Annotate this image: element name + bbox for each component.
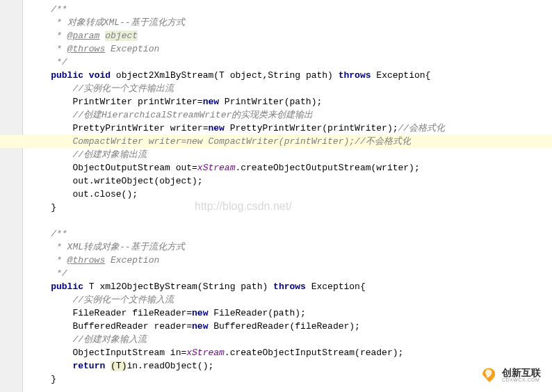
keyword-public: public: [51, 281, 83, 292]
code-line[interactable]: * 对象转成XML--基于流化方式: [29, 16, 552, 29]
doc-comment: */: [29, 57, 67, 67]
doc-comment: /**: [29, 229, 67, 239]
method-signature: object2XmlByStream(T object,String path): [111, 70, 339, 81]
brand-domain: CDXWCX.COM: [502, 377, 541, 382]
keyword-new: new: [203, 97, 219, 107]
keyword-public: public: [51, 70, 83, 81]
code-line[interactable]: FileReader fileReader=new FileReader(pat…: [29, 307, 552, 320]
brand-name: 创新互联: [502, 368, 541, 377]
code-line[interactable]: public void object2XmlByStream(T object,…: [29, 69, 552, 82]
doc-comment: *: [29, 44, 67, 54]
code-line[interactable]: //创建对象输入流: [29, 333, 552, 346]
code-line[interactable]: /**: [29, 227, 552, 240]
code-line-commented-out[interactable]: // CompactWriter writer=new CompactWrite…: [0, 135, 552, 148]
code-line[interactable]: out.writeObject(object);: [29, 174, 552, 188]
code-line[interactable]: * @param object: [29, 29, 552, 42]
code-line[interactable]: [29, 214, 552, 227]
code-line[interactable]: * XML转成对象--基于流化方式: [29, 240, 552, 254]
line-comment: //实例化一个文件输入流: [29, 295, 174, 305]
doc-comment: *: [29, 255, 67, 266]
code-line[interactable]: PrettyPrintWriter writer=new PrettyPrint…: [29, 122, 552, 135]
keyword-new: new: [192, 308, 208, 318]
brand-logo: 创新互联 CDXWCX.COM: [480, 366, 541, 384]
code-line[interactable]: */: [29, 267, 552, 280]
code-line[interactable]: ObjectOutputStream out=xStream.createObj…: [29, 161, 552, 174]
code-line[interactable]: out.close();: [29, 188, 552, 201]
param-name: object: [105, 31, 138, 41]
code-line[interactable]: //创建对象输出流: [29, 148, 552, 161]
code-line[interactable]: ObjectInputStream in=xStream.createObjec…: [29, 346, 552, 359]
line-comment: //会格式化: [398, 123, 446, 133]
doc-comment: */: [29, 268, 67, 279]
code-line[interactable]: PrintWriter printWriter=new PrintWriter(…: [29, 95, 552, 108]
code-line[interactable]: //实例化一个文件输入流: [29, 293, 552, 307]
editor-gutter: [0, 0, 23, 392]
line-comment: //创建HierarchicalStreamWriter的实现类来创建输出: [29, 110, 313, 120]
field-ref: xStream: [186, 348, 225, 358]
doc-comment: *: [29, 17, 67, 28]
keyword-new: new: [208, 123, 224, 133]
doc-comment-text: 对象转成XML--基于流化方式: [67, 17, 185, 28]
doc-tag: @throws: [67, 255, 106, 266]
doc-comment: *: [29, 242, 67, 252]
keyword-void: void: [89, 70, 111, 81]
code-line[interactable]: /**: [29, 3, 552, 16]
code-line[interactable]: public T xml2ObjectByStream(String path)…: [29, 280, 552, 293]
doc-tag: @param: [67, 31, 100, 41]
keyword-throws: throws: [273, 281, 306, 292]
keyword-new: new: [192, 321, 208, 332]
code-line[interactable]: return (T)in.readObject();: [29, 359, 552, 373]
code-line[interactable]: //创建HierarchicalStreamWriter的实现类来创建输出: [29, 108, 552, 122]
code-line[interactable]: //实例化一个文件输出流: [29, 82, 552, 95]
doc-tag: @throws: [67, 44, 106, 54]
code-line[interactable]: * @throws Exception: [29, 254, 552, 267]
line-comment: //创建对象输入流: [29, 334, 147, 345]
brand-logo-icon: [480, 366, 498, 384]
code-line[interactable]: }: [29, 201, 552, 214]
code-editor[interactable]: /** * 对象转成XML--基于流化方式 * @param object * …: [22, 0, 552, 386]
doc-comment: /**: [29, 4, 67, 15]
line-comment: //创建对象输出流: [29, 149, 147, 160]
brand-logo-text: 创新互联 CDXWCX.COM: [502, 368, 541, 382]
line-comment: //不会格式化: [355, 136, 411, 147]
code-line[interactable]: BufferedReader reader=new BufferedReader…: [29, 320, 552, 333]
code-line[interactable]: */: [29, 56, 552, 69]
line-comment: //实例化一个文件输出流: [29, 83, 174, 94]
field-ref: xStream: [197, 163, 236, 173]
method-signature: T xml2ObjectByStream(String path): [83, 281, 273, 292]
keyword-return: return: [72, 361, 105, 371]
doc-comment: *: [29, 31, 67, 41]
keyword-throws: throws: [339, 70, 371, 81]
code-line[interactable]: }: [29, 373, 552, 386]
type-cast: (T): [111, 361, 127, 371]
doc-comment-text: XML转成对象--基于流化方式: [67, 242, 185, 252]
code-line[interactable]: * @throws Exception: [29, 42, 552, 56]
commented-code: CompactWriter writer=new CompactWriter(p…: [29, 136, 355, 147]
